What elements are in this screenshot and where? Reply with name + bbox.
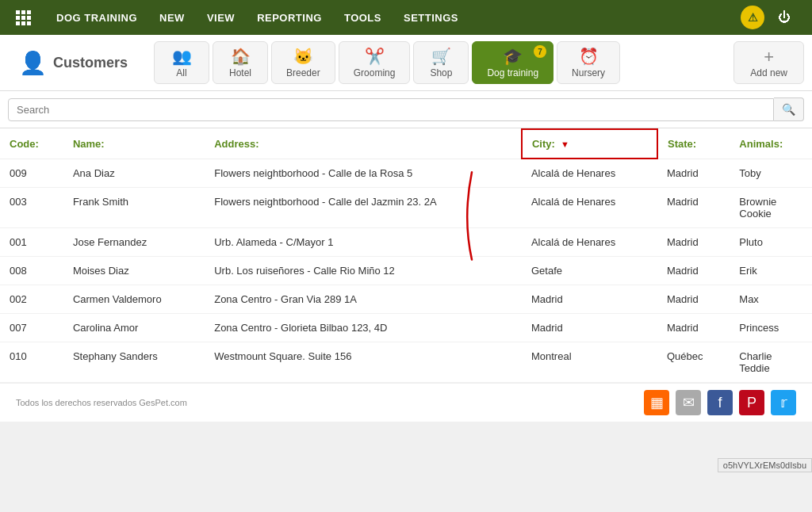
cell-code: 007 [0,314,63,342]
cell-state: Madrid [657,228,730,257]
cell-name: Stephany Sanders [63,342,205,383]
cell-code: 002 [0,285,63,314]
cell-city: Alcalá de Henares [522,228,657,257]
nav-reporting[interactable]: REPORTING [246,0,333,35]
col-header-animals: Animals: [730,129,812,159]
tab-icon-4: 🛒 [431,47,451,66]
pinterest-icon[interactable]: P [739,390,764,415]
cell-state: Québec [657,342,730,383]
cell-address: Westmount Square. Suite 156 [205,342,522,383]
nav-tools[interactable]: TOOLS [333,0,393,35]
power-icon[interactable]: ⏻ [772,6,796,29]
cell-animals: Charlie Teddie [730,342,812,383]
tab-shop[interactable]: 🛒Shop [413,41,469,84]
plus-icon: + [764,47,774,67]
nav-view[interactable]: VIEW [196,0,246,35]
add-new-button[interactable]: + Add new [733,41,804,84]
sub-nav: 👤 Customers 👥All🏠Hotel🐱Breeder✂️Grooming… [0,35,812,91]
copyright-text: Todos los derechos reservados GesPet.com [16,398,187,407]
tab-label-1: Hotel [229,67,251,78]
cell-name: Moises Diaz [63,257,205,285]
tab-badge-5: 7 [534,45,546,58]
cell-animals: Toby [730,159,812,188]
table-row[interactable]: 007Carolina AmorZona Centro - Glorieta B… [0,314,812,342]
tab-icon-2: 🐱 [293,47,313,66]
rss-icon[interactable]: ▦ [644,390,669,415]
cell-name: Carolina Amor [63,314,205,342]
cell-city: Getafe [522,257,657,285]
cell-address: Zona Centro - Gran Via 289 1A [205,285,522,314]
email-icon[interactable]: ✉ [676,390,701,415]
tab-icon-1: 🏠 [231,47,251,66]
tab-grooming[interactable]: ✂️Grooming [339,41,411,84]
tab-breeder[interactable]: 🐱Breeder [271,41,335,84]
col-header-name: Name: [63,129,205,159]
tooltip: o5hVYLXrEMs0dIsbu [718,458,812,472]
twitter-icon[interactable]: 𝕣 [771,390,796,415]
cell-address: Urb. Alameda - C/Mayor 1 [205,228,522,257]
cell-city: Montreal [522,342,657,383]
table-row[interactable]: 001Jose FernandezUrb. Alameda - C/Mayor … [0,228,812,257]
cell-code: 003 [0,188,63,228]
alert-icon[interactable]: ⚠ [741,6,764,29]
add-new-label: Add new [750,67,787,78]
cell-code: 009 [0,159,63,188]
person-icon: 👤 [19,50,47,76]
cell-state: Madrid [657,257,730,285]
cell-city: Madrid [522,314,657,342]
section-title: Customers [53,55,128,71]
tab-label-4: Shop [430,67,452,78]
tab-label-3: Grooming [354,67,396,78]
cell-address: Flowers neightborhood - Calle del Jazmin… [205,188,522,228]
grid-icon[interactable] [16,10,31,25]
cell-name: Jose Fernandez [63,228,205,257]
col-header-city[interactable]: City: ▼ [522,129,657,159]
cell-name: Carmen Valdemoro [63,285,205,314]
cell-code: 010 [0,342,63,383]
tab-dog-training[interactable]: 🎓Dog training7 [472,41,553,84]
cell-animals: Princess [730,314,812,342]
cell-code: 008 [0,257,63,285]
tab-icon-6: ⏰ [579,47,599,66]
tab-all[interactable]: 👥All [154,41,209,84]
tab-nursery[interactable]: ⏰Nursery [557,41,620,84]
section-header: 👤 Customers [8,41,151,84]
table-row[interactable]: 010Stephany SandersWestmount Square. Sui… [0,342,812,383]
tab-icon-0: 👥 [172,47,192,66]
tab-icon-3: ✂️ [365,47,385,66]
cell-address: Zona Centro - Glorieta Bilbao 123, 4D [205,314,522,342]
nav-settings[interactable]: SETTINGS [393,0,469,35]
search-input[interactable] [8,98,774,121]
customers-table: Code:Name:Address:City: ▼State:Animals: … [0,128,812,383]
nav-new[interactable]: NEW [148,0,196,35]
cell-code: 001 [0,228,63,257]
footer-social-icons: ▦ ✉ f P 𝕣 [644,390,796,415]
nav-dog-training[interactable]: DOG TRAINING [45,0,148,35]
tab-hotel[interactable]: 🏠Hotel [213,41,268,84]
cell-state: Madrid [657,159,730,188]
table-wrapper: Code:Name:Address:City: ▼State:Animals: … [0,128,812,383]
table-row[interactable]: 003Frank SmithFlowers neightborhood - Ca… [0,188,812,228]
cell-animals: Erik [730,257,812,285]
col-header-state: State: [657,129,730,159]
cell-name: Ana Diaz [63,159,205,188]
tab-label-0: All [176,67,186,78]
cell-address: Flowers neightborhood - Calle de la Rosa… [205,159,522,188]
cell-city: Alcalá de Henares [522,159,657,188]
cell-name: Frank Smith [63,188,205,228]
col-header-code: Code: [0,129,63,159]
table-row[interactable]: 009Ana DiazFlowers neightborhood - Calle… [0,159,812,188]
cell-state: Madrid [657,285,730,314]
table-row[interactable]: 002Carmen ValdemoroZona Centro - Gran Vi… [0,285,812,314]
table-row[interactable]: 008Moises DiazUrb. Los ruiseñores - Call… [0,257,812,285]
tab-label-2: Breeder [286,67,320,78]
facebook-icon[interactable]: f [707,390,733,415]
cell-state: Madrid [657,314,730,342]
cell-state: Madrid [657,188,730,228]
sort-arrow-icon: ▼ [558,139,569,149]
table-container: Code:Name:Address:City: ▼State:Animals: … [0,128,812,383]
cell-animals: Pluto [730,228,812,257]
cell-city: Madrid [522,285,657,314]
search-button[interactable]: 🔍 [774,97,804,121]
col-header-address: Address: [205,129,522,159]
